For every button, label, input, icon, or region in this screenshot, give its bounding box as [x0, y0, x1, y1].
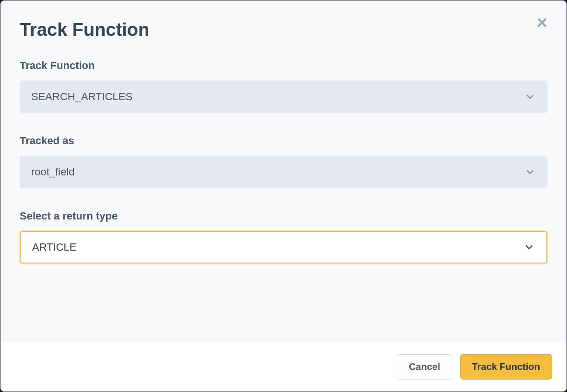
- modal-body: Track Function SEARCH_ARTICLES Tracked a…: [0, 50, 567, 342]
- track-function-modal: Track Function Track Function SEARCH_ART…: [0, 0, 567, 392]
- modal-title: Track Function: [20, 20, 547, 40]
- track-function-value: SEARCH_ARTICLES: [31, 91, 524, 103]
- return-type-label: Select a return type: [20, 210, 547, 222]
- return-type-select[interactable]: ARTICLE: [20, 231, 547, 264]
- chevron-down-icon: [524, 91, 536, 103]
- return-type-group: Select a return type ARTICLE: [20, 210, 547, 264]
- tracked-as-value: root_field: [31, 166, 524, 178]
- track-function-group: Track Function SEARCH_ARTICLES: [20, 59, 547, 113]
- chevron-down-icon: [523, 242, 535, 253]
- track-function-label: Track Function: [20, 59, 547, 72]
- return-type-value: ARTICLE: [32, 241, 523, 254]
- chevron-down-icon: [524, 166, 536, 178]
- modal-header: Track Function: [0, 0, 567, 50]
- close-button[interactable]: [534, 15, 550, 30]
- modal-footer: Cancel Track Function: [0, 342, 567, 392]
- tracked-as-group: Tracked as root_field: [20, 135, 547, 188]
- close-icon: [536, 17, 548, 28]
- cancel-button[interactable]: Cancel: [397, 354, 452, 380]
- track-function-button[interactable]: Track Function: [460, 354, 552, 380]
- tracked-as-label: Tracked as: [20, 135, 547, 147]
- tracked-as-select[interactable]: root_field: [20, 156, 547, 188]
- track-function-select[interactable]: SEARCH_ARTICLES: [20, 81, 547, 113]
